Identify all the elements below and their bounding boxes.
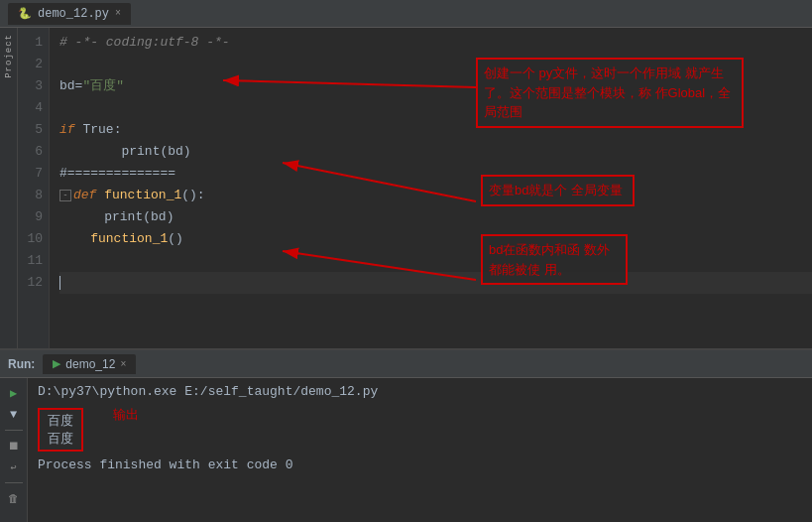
func-paren: ():: [181, 185, 204, 206]
file-tab-label: demo_12.py: [38, 7, 109, 21]
line-num-8: 8: [18, 185, 43, 206]
print-6: print: [121, 141, 160, 163]
run-cmd-text: D:\py37\python.exe E:/self_taught/demo_1…: [38, 384, 378, 399]
code-comment: # -*- coding:utf-8 -*-: [59, 32, 230, 54]
line-num-7: 7: [18, 163, 43, 185]
line-numbers: 1 2 3 4 5 6 7 8 9 10 11 12: [18, 28, 50, 348]
indent-10: [59, 228, 90, 250]
annotation-1: 创建一个 py文件，这时一个作用域 就产生了。这个范围是整个模块，称 作Glob…: [476, 58, 744, 128]
hash-line: #==============: [59, 163, 175, 185]
line-num-11: 11: [18, 250, 43, 272]
output-label: 输出: [113, 406, 139, 424]
main-area: Project 1 2 3 4 5 6 7 8 9 10 11 12: [0, 28, 812, 348]
paren-6: (: [160, 141, 168, 163]
line-num-2: 2: [18, 54, 43, 75]
code-line-9: - print(bd): [59, 206, 812, 228]
annotation-2: 变量bd就是个 全局变量: [481, 175, 635, 206]
text-cursor: [59, 276, 60, 290]
output-line-1: 百度: [48, 412, 73, 430]
line-num-9: 9: [18, 206, 43, 228]
output-highlight-box: 百度 百度: [38, 408, 83, 452]
code-area[interactable]: # -*- coding:utf-8 -*- bd="百度" if True: …: [50, 28, 812, 348]
var-bd: bd: [59, 75, 75, 97]
run-step-over-button[interactable]: ▼: [5, 406, 23, 424]
kw-def: def: [73, 185, 104, 206]
fold-marker-8[interactable]: -: [59, 190, 71, 201]
run-tab-bar: Run: ▶ demo_12 ×: [0, 350, 812, 378]
line-num-5: 5: [18, 119, 43, 141]
run-label: Run:: [8, 357, 35, 371]
editor-content: 1 2 3 4 5 6 7 8 9 10 11 12 # -*- coding:…: [18, 28, 812, 348]
divider-2: [5, 482, 23, 483]
code-line-1: # -*- coding:utf-8 -*-: [59, 32, 812, 54]
output-section: 百度 百度 输出: [38, 406, 802, 452]
indent-6: [59, 141, 121, 163]
colon-5: :: [114, 119, 122, 141]
code-line-12: [59, 272, 812, 294]
code-line-8: -def function_1():: [59, 185, 812, 206]
project-sidebar: Project: [0, 28, 18, 348]
run-tab-label: demo_12: [65, 357, 115, 371]
arg-bd-6: bd: [168, 141, 183, 163]
run-rerun-button[interactable]: ↩: [5, 458, 23, 476]
func-call: function_1: [90, 228, 168, 250]
annotation-3: bd在函数内和函 数外都能被使 用。: [481, 234, 628, 285]
run-stop-button[interactable]: ⏹: [5, 437, 23, 455]
process-finished-line: Process finished with exit code 0: [38, 457, 802, 472]
output-line-2: 百度: [48, 430, 73, 448]
file-tab[interactable]: 🐍 demo_12.py ×: [8, 3, 131, 25]
python-file-icon: 🐍: [18, 7, 32, 20]
project-label: Project: [4, 34, 14, 78]
line-num-12: 12: [18, 272, 43, 294]
annotation-1-text: 创建一个 py文件，这时一个作用域 就产生了。这个范围是整个模块，称 作Glob…: [484, 65, 731, 119]
annotation-2-text: 变量bd就是个 全局变量: [489, 183, 623, 197]
line-num-4: 4: [18, 97, 43, 119]
code-line-11: [59, 250, 812, 272]
annotation-3-text: bd在函数内和函 数外都能被使 用。: [489, 242, 610, 277]
file-tab-close[interactable]: ×: [115, 8, 121, 19]
funcname: function_1: [104, 185, 181, 206]
code-line-10: function_1(): [59, 228, 812, 250]
divider-1: [5, 430, 23, 431]
line-num-3: 3: [18, 75, 43, 97]
arg-bd-9: bd: [151, 206, 167, 228]
run-tab[interactable]: ▶ demo_12 ×: [43, 354, 136, 374]
call-paren: (): [168, 228, 183, 250]
process-text: Process finished with exit code 0: [38, 457, 292, 472]
indent-9: [73, 206, 104, 228]
code-line-7: #==============: [59, 163, 812, 185]
run-tab-close[interactable]: ×: [120, 358, 126, 369]
run-trash-button[interactable]: 🗑: [5, 489, 23, 507]
code-line-6: print(bd): [59, 141, 812, 163]
run-tab-icon: ▶: [53, 357, 60, 370]
cparen-9: ): [167, 206, 174, 228]
kw-true: True: [75, 119, 114, 141]
editor-area: 1 2 3 4 5 6 7 8 9 10 11 12 # -*- coding:…: [18, 28, 812, 348]
run-content: ▶ ▼ ⏹ ↩ 🗑 D:\py37\python.exe E:/self_tau…: [0, 378, 812, 522]
run-play-button[interactable]: ▶: [5, 384, 23, 402]
title-bar: 🐍 demo_12.py ×: [0, 0, 812, 28]
print-9: print: [104, 206, 143, 228]
cparen-6: ): [183, 141, 191, 163]
run-sidebar: ▶ ▼ ⏹ ↩ 🗑: [0, 378, 28, 522]
kw-if: if: [59, 119, 75, 141]
run-cmd-line: D:\py37\python.exe E:/self_taught/demo_1…: [38, 382, 802, 402]
bottom-panel: Run: ▶ demo_12 × ▶ ▼ ⏹ ↩ 🗑 D:\py37\pytho…: [0, 348, 812, 522]
line-num-6: 6: [18, 141, 43, 163]
line-num-10: 10: [18, 228, 43, 250]
string-baidu: "百度": [82, 75, 124, 97]
line-num-1: 1: [18, 32, 43, 54]
eq-sign: =: [75, 75, 83, 97]
paren-9: (: [143, 206, 151, 228]
run-output: D:\py37\python.exe E:/self_taught/demo_1…: [28, 378, 812, 522]
